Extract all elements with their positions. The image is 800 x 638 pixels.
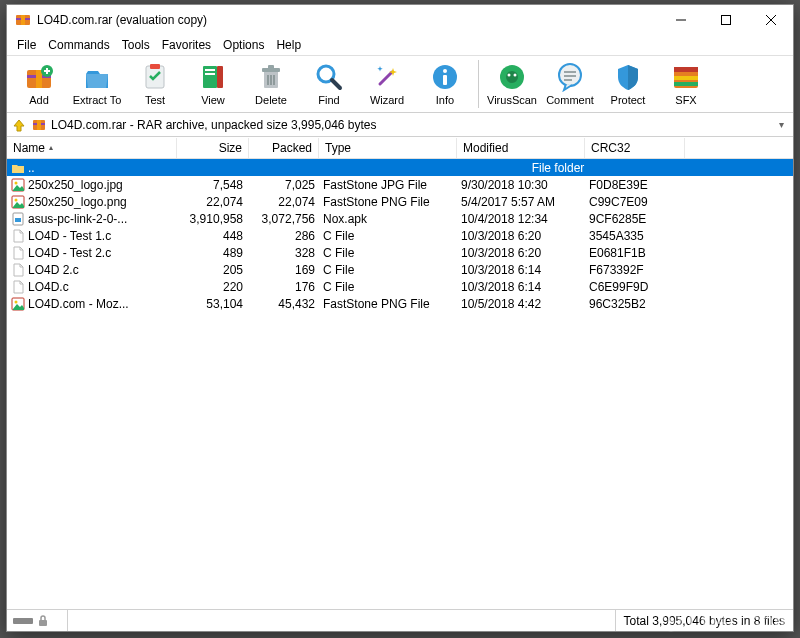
file-crc: 96C325B2 [585, 297, 685, 311]
col-name[interactable]: Name ▴ [7, 138, 177, 158]
file-crc: C6E99F9D [585, 280, 685, 294]
file-name: LO4D - Test 1.c [28, 229, 111, 243]
menu-file[interactable]: File [11, 36, 42, 54]
toolbar: Add Extract To Test View Delete [7, 55, 793, 113]
parent-folder-row[interactable]: .. File folder [7, 159, 793, 176]
close-button[interactable] [748, 5, 793, 35]
view-button[interactable]: View [185, 57, 241, 111]
up-icon[interactable] [11, 117, 27, 133]
parent-name: .. [28, 161, 35, 175]
svg-point-27 [443, 69, 447, 73]
file-name: 250x250_logo.jpg [28, 178, 123, 192]
file-icon [11, 229, 25, 243]
file-row[interactable]: LO4D 2.c205169C File10/3/2018 6:14F67339… [7, 261, 793, 278]
virusscan-button[interactable]: VirusScan [484, 57, 540, 111]
virus-icon [497, 62, 527, 92]
svg-rect-42 [674, 67, 698, 72]
protect-icon [613, 62, 643, 92]
file-row[interactable]: 250x250_logo.png22,07422,074FastStone PN… [7, 193, 793, 210]
wizard-button[interactable]: Wizard [359, 57, 415, 111]
delete-label: Delete [255, 94, 287, 106]
menu-tools[interactable]: Tools [116, 36, 156, 54]
file-size: 489 [177, 246, 249, 260]
extract-icon [82, 62, 112, 92]
file-packed: 22,074 [249, 195, 319, 209]
menu-commands[interactable]: Commands [42, 36, 115, 54]
view-icon [198, 62, 228, 92]
col-type[interactable]: Type [319, 138, 457, 158]
svg-rect-9 [36, 70, 42, 88]
comment-button[interactable]: Comment [542, 57, 598, 111]
find-button[interactable]: Find [301, 57, 357, 111]
file-icon [11, 212, 25, 226]
file-row[interactable]: LO4D.c220176C File10/3/2018 6:14C6E99F9D [7, 278, 793, 295]
maximize-button[interactable] [703, 5, 748, 35]
column-headers: Name ▴ Size Packed Type Modified CRC32 [7, 137, 793, 159]
file-icon [11, 280, 25, 294]
svg-point-37 [559, 64, 581, 86]
menu-help[interactable]: Help [270, 36, 307, 54]
folder-up-icon [11, 161, 25, 175]
col-type-label: Type [325, 141, 351, 155]
info-label: Info [436, 94, 454, 106]
file-name: LO4D.com - Moz... [28, 297, 129, 311]
file-packed: 176 [249, 280, 319, 294]
test-button[interactable]: Test [127, 57, 183, 111]
file-row[interactable]: LO4D.com - Moz...53,10445,432FastStone P… [7, 295, 793, 312]
sfx-label: SFX [675, 94, 696, 106]
file-crc: F673392F [585, 263, 685, 277]
drive-icon [13, 616, 33, 626]
archive-icon [31, 117, 47, 133]
info-button[interactable]: Info [417, 57, 473, 111]
file-type: C File [319, 280, 457, 294]
file-packed: 328 [249, 246, 319, 260]
status-summary: Total 3,995,046 bytes in 8 files [615, 610, 793, 631]
col-modified[interactable]: Modified [457, 138, 585, 158]
svg-point-49 [15, 181, 18, 184]
sfx-button[interactable]: SFX [658, 57, 714, 111]
info-icon [430, 62, 460, 92]
file-modified: 10/4/2018 12:34 [457, 212, 585, 226]
add-label: Add [29, 94, 49, 106]
protect-button[interactable]: Protect [600, 57, 656, 111]
file-icon [11, 297, 25, 311]
add-button[interactable]: Add [11, 57, 67, 111]
file-row[interactable]: asus-pc-link-2-0-...3,910,9583,072,756No… [7, 210, 793, 227]
menu-options[interactable]: Options [217, 36, 270, 54]
comment-icon [555, 62, 585, 92]
menu-favorites[interactable]: Favorites [156, 36, 217, 54]
svg-rect-47 [37, 120, 41, 130]
path-dropdown-icon[interactable]: ▾ [773, 119, 789, 130]
comment-label: Comment [546, 94, 594, 106]
extract-label: Extract To [73, 94, 122, 106]
virus-label: VirusScan [487, 94, 537, 106]
toolbar-separator [478, 60, 479, 108]
svg-line-25 [380, 72, 392, 84]
path-input[interactable] [51, 118, 769, 132]
svg-point-31 [508, 74, 511, 77]
col-size[interactable]: Size [177, 138, 249, 158]
titlebar: LO4D.com.rar (evaluation copy) [7, 5, 793, 35]
file-row[interactable]: 250x250_logo.jpg7,5487,025FastStone JPG … [7, 176, 793, 193]
file-name: LO4D - Test 2.c [28, 246, 111, 260]
file-row[interactable]: LO4D - Test 1.c448286C File10/3/2018 6:2… [7, 227, 793, 244]
extract-button[interactable]: Extract To [69, 57, 125, 111]
file-row[interactable]: LO4D - Test 2.c489328C File10/3/2018 6:2… [7, 244, 793, 261]
file-modified: 10/5/2018 4:42 [457, 297, 585, 311]
file-type: FastStone PNG File [319, 297, 457, 311]
file-modified: 5/4/2017 5:57 AM [457, 195, 585, 209]
delete-button[interactable]: Delete [243, 57, 299, 111]
file-list[interactable]: .. File folder 250x250_logo.jpg7,5487,02… [7, 159, 793, 609]
minimize-button[interactable] [658, 5, 703, 35]
view-label: View [201, 94, 225, 106]
file-size: 7,548 [177, 178, 249, 192]
svg-rect-4 [721, 16, 730, 25]
file-size: 220 [177, 280, 249, 294]
col-modified-label: Modified [463, 141, 508, 155]
file-size: 22,074 [177, 195, 249, 209]
lock-icon [37, 615, 49, 627]
col-packed[interactable]: Packed [249, 138, 319, 158]
parent-type: File folder [319, 161, 793, 175]
wizard-label: Wizard [370, 94, 404, 106]
col-crc[interactable]: CRC32 [585, 138, 685, 158]
